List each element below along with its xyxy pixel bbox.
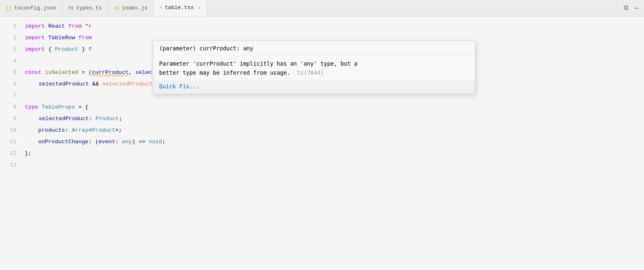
import-path-react: "r [85, 21, 92, 32]
hover-tooltip: (parameter) currProduct: any Parameter '… [153, 40, 475, 94]
import-react: React [48, 21, 65, 32]
line-num-7: 7 [0, 90, 17, 102]
import-product: Product [55, 44, 79, 55]
quick-fix-link[interactable]: Quick Fix... [159, 83, 200, 90]
line-num-5: 5 [0, 67, 17, 78]
prop-selectedproduct: selectedProduct [38, 113, 89, 125]
json-icon: {} [6, 5, 12, 11]
code-line-9: selectedProduct : Product ; [25, 113, 644, 125]
tab-table[interactable]: ⚛ table.tsx ✕ [154, 0, 207, 16]
param-currproduct-5: currProduct [92, 67, 129, 78]
keyword-from-3: f [88, 44, 92, 55]
editor-container: 1 2 3 4 5 6 7 8 9 10 11 12 13 import Rea… [0, 17, 644, 270]
line-num-13: 13 [0, 159, 17, 171]
line-num-9: 9 [0, 113, 17, 125]
more-options-button[interactable]: ⋯ [632, 4, 641, 12]
keyword-from-2: from [79, 32, 92, 44]
tooltip-body-line1: Parameter 'currProduct' implicitly has a… [159, 60, 358, 67]
code-line-1: import React from "r [25, 21, 644, 32]
tooltip-ts-code: ts(7044) [293, 69, 324, 76]
type-product-9: Product [95, 113, 119, 125]
line-num-12: 12 [0, 148, 17, 159]
prop-products: products [38, 125, 65, 136]
tab-spacer [207, 0, 618, 16]
var-selectedproduct-6: selectedProduct [38, 78, 89, 90]
tab-types[interactable]: TS types.ts [62, 0, 108, 16]
tab-close-icon[interactable]: ✕ [198, 5, 201, 10]
tab-types-label: types.ts [76, 5, 102, 11]
param-event: event [98, 136, 115, 148]
keyword-import-2: import [25, 32, 45, 44]
type-array: Array [72, 125, 88, 136]
tab-actions: ⧉ ⋯ [618, 0, 644, 16]
line-num-11: 11 [0, 136, 17, 148]
type-any-11: any [122, 136, 132, 148]
code-line-10: products : Array < Product >; [25, 125, 644, 136]
line-numbers: 1 2 3 4 5 6 7 8 9 10 11 12 13 [0, 17, 21, 270]
js-icon: JS [114, 6, 119, 11]
type-product-10: Product [92, 125, 115, 136]
tooltip-body: Parameter 'currProduct' implicitly has a… [153, 55, 475, 81]
ts-icon: TS [68, 6, 74, 11]
line-num-10: 10 [0, 125, 17, 136]
tooltip-footer[interactable]: Quick Fix... [153, 81, 475, 94]
code-area[interactable]: import React from "r import TableRow fro… [21, 17, 644, 270]
tooltip-header-text: (parameter) currProduct: any [159, 45, 253, 52]
line-num-1: 1 [0, 21, 17, 32]
split-editor-button[interactable]: ⧉ [622, 4, 630, 12]
line-num-6: 6 [0, 78, 17, 90]
tooltip-header: (parameter) currProduct: any [153, 41, 475, 55]
line-num-2: 2 [0, 32, 17, 44]
tab-tsconfig-label: tsconfig.json [14, 5, 56, 11]
keyword-import-1: import [25, 21, 45, 32]
tab-tsconfig[interactable]: {} tsconfig.json [0, 0, 62, 16]
tab-bar: {} tsconfig.json TS types.ts JS index.js… [0, 0, 644, 17]
line-num-4: 4 [0, 55, 17, 67]
code-line-13 [25, 159, 644, 171]
keyword-type: type [25, 102, 38, 113]
import-tablerow: TableRow [48, 32, 75, 44]
tab-index[interactable]: JS index.js [108, 0, 154, 16]
line-num-8: 8 [0, 102, 17, 113]
keyword-import-3: import [25, 44, 45, 55]
code-line-11: onProductChange : ( event : any ) => voi… [25, 136, 644, 148]
type-void: void [149, 136, 162, 148]
keyword-const: const [25, 67, 42, 78]
code-line-12: }; [25, 148, 644, 159]
fn-isselected: isSelected [45, 67, 79, 78]
tab-index-label: index.js [122, 5, 148, 11]
keyword-from-1: from [68, 21, 81, 32]
line-num-3: 3 [0, 44, 17, 55]
code-line-8: type TableProps = { [25, 102, 644, 113]
prop-onproductchange: onProductChange [38, 136, 88, 148]
tooltip-body-line2: better type may be inferred from usage. [159, 69, 290, 76]
type-tableprops: TableProps [42, 102, 75, 113]
tsx-icon: ⚛ [160, 5, 162, 10]
tab-table-label: table.tsx [165, 5, 194, 11]
